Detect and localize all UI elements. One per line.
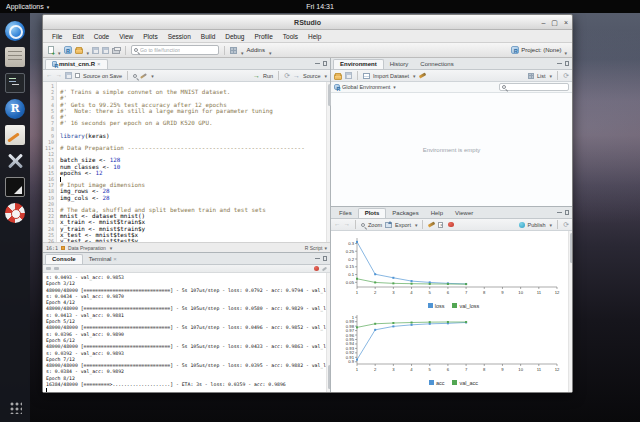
- line-number[interactable]: 26: [43, 238, 54, 244]
- project-dropdown-icon[interactable]: [563, 41, 567, 59]
- panes-dropdown-icon[interactable]: [240, 41, 244, 59]
- plots-scrollbar[interactable]: [568, 231, 572, 392]
- back-icon[interactable]: ←: [46, 72, 53, 79]
- new-file-icon[interactable]: [48, 46, 54, 54]
- menu-tools[interactable]: Tools: [278, 33, 303, 40]
- source-on-save-checkbox[interactable]: [75, 73, 80, 78]
- rerun-icon[interactable]: ⟳: [284, 72, 290, 79]
- code-area[interactable]: #' Trains a simple convnet on the MNIST …: [57, 82, 330, 242]
- clear-environment-icon[interactable]: [418, 72, 426, 78]
- env-tab-environment[interactable]: Environment: [333, 59, 384, 69]
- env-tab-connections[interactable]: Connections: [414, 60, 459, 69]
- save-workspace-icon[interactable]: [345, 72, 352, 79]
- help-icon[interactable]: [5, 203, 25, 223]
- clear-console-icon[interactable]: [322, 266, 327, 271]
- plots-tab-files[interactable]: Files: [333, 209, 358, 218]
- console-profile-icon[interactable]: [54, 267, 59, 270]
- section-dropdown-icon[interactable]: [109, 245, 113, 251]
- environment-search-input[interactable]: [499, 83, 569, 91]
- terminal-icon[interactable]: [5, 73, 25, 93]
- code-tools-icon[interactable]: [140, 73, 147, 79]
- import-dataset-button[interactable]: Import Dataset: [373, 73, 409, 79]
- menu-help[interactable]: Help: [303, 33, 326, 40]
- show-applications-icon[interactable]: [9, 401, 22, 414]
- remove-plot-icon[interactable]: [428, 221, 436, 227]
- maximize-pane-icon[interactable]: [323, 61, 328, 66]
- menu-session[interactable]: Session: [163, 33, 196, 40]
- list-dropdown-icon[interactable]: [549, 73, 553, 79]
- scrollbar-thumb[interactable]: [570, 233, 573, 263]
- close-button[interactable]: ×: [564, 19, 568, 26]
- section-navigator[interactable]: Data Preparation: [68, 245, 106, 251]
- menu-profile[interactable]: Profile: [249, 33, 277, 40]
- menu-view[interactable]: View: [114, 33, 138, 40]
- minimize-pane-icon[interactable]: [315, 258, 320, 260]
- tab-mnist-cnn[interactable]: mnist_cnn.R ×: [45, 59, 108, 69]
- maximize-button[interactable]: ▢: [551, 19, 558, 26]
- close-tab-icon[interactable]: ×: [113, 256, 117, 262]
- export-dropdown-icon[interactable]: [414, 222, 418, 228]
- forward-icon[interactable]: →: [56, 72, 63, 79]
- plots-tab-help[interactable]: Help: [425, 209, 449, 218]
- scope-selector[interactable]: Global Environment: [342, 84, 390, 90]
- refresh-plots-icon[interactable]: ⟳: [563, 221, 569, 228]
- stop-icon[interactable]: [448, 222, 454, 228]
- save-icon[interactable]: [92, 47, 99, 54]
- console-output[interactable]: s: 0.0493 - val_acc: 0.9853Epoch 3/12480…: [43, 273, 330, 392]
- print-icon[interactable]: [112, 48, 120, 54]
- run-button[interactable]: Run: [263, 73, 273, 79]
- source-button[interactable]: Source: [303, 73, 320, 79]
- file-manager-icon[interactable]: [5, 47, 25, 67]
- publish-button[interactable]: Publish: [528, 222, 546, 228]
- project-menu[interactable]: Project: (None): [521, 47, 561, 53]
- open-file-dropdown-icon[interactable]: [86, 41, 90, 59]
- plots-tab-viewer[interactable]: Viewer: [449, 209, 479, 218]
- maximize-pane-icon[interactable]: [323, 256, 328, 261]
- new-project-icon[interactable]: [64, 46, 72, 54]
- menu-edit[interactable]: Edit: [67, 33, 88, 40]
- scope-dropdown-icon[interactable]: [392, 84, 396, 90]
- menu-file[interactable]: File: [47, 33, 67, 40]
- plots-tab-packages[interactable]: Packages: [386, 209, 424, 218]
- scrollbar-thumb[interactable]: [328, 365, 331, 389]
- goto-file-function-input[interactable]: Go to file/function: [131, 45, 219, 55]
- save-all-icon[interactable]: [102, 47, 109, 54]
- tools-icon[interactable]: [5, 151, 25, 171]
- menu-plots[interactable]: Plots: [138, 33, 162, 40]
- console-tab-terminal[interactable]: Terminal ×: [83, 255, 123, 264]
- code-editor[interactable]: 1234567891011▾12131415161718192021222324…: [43, 82, 330, 242]
- editor-scrollbar[interactable]: [326, 82, 330, 242]
- menu-code[interactable]: Code: [89, 33, 115, 40]
- addins-dropdown-icon[interactable]: [268, 41, 272, 59]
- addins-button[interactable]: Addins: [247, 47, 265, 53]
- next-plot-icon[interactable]: →: [344, 221, 351, 228]
- import-dropdown-icon[interactable]: [412, 73, 416, 79]
- file-type-dropdown-icon[interactable]: [323, 245, 327, 251]
- zoom-button[interactable]: Zoom: [368, 222, 382, 228]
- menu-debug[interactable]: Debug: [220, 33, 249, 40]
- save-source-icon[interactable]: [65, 72, 72, 79]
- plots-tab-plots[interactable]: Plots: [358, 208, 387, 218]
- text-editor-icon[interactable]: [5, 125, 25, 145]
- close-tab-icon[interactable]: ×: [97, 61, 101, 67]
- workspace-panes-icon[interactable]: [230, 47, 237, 54]
- export-button[interactable]: Export: [395, 222, 411, 228]
- publish-dropdown-icon[interactable]: [549, 222, 553, 228]
- menu-build[interactable]: Build: [196, 33, 220, 40]
- console-jump-icon[interactable]: [46, 267, 51, 270]
- source-dropdown-icon[interactable]: [323, 73, 327, 79]
- load-workspace-icon[interactable]: [334, 74, 342, 80]
- maximize-pane-icon[interactable]: [565, 210, 570, 215]
- minimize-button[interactable]: –: [541, 19, 545, 26]
- find-icon[interactable]: [133, 74, 137, 78]
- clear-plots-icon[interactable]: [438, 222, 443, 228]
- window-titlebar[interactable]: RStudio – ▢ ×: [43, 15, 572, 30]
- scrollbar-thumb[interactable]: [328, 84, 331, 106]
- previous-plot-icon[interactable]: ←: [334, 221, 341, 228]
- r-console-icon[interactable]: [5, 99, 25, 119]
- console-scrollbar[interactable]: [326, 273, 330, 392]
- minimize-pane-icon[interactable]: [315, 63, 320, 65]
- env-tab-history[interactable]: History: [384, 60, 415, 69]
- clock[interactable]: Fri 14:31: [0, 3, 640, 10]
- refresh-icon[interactable]: ⟳: [563, 72, 569, 79]
